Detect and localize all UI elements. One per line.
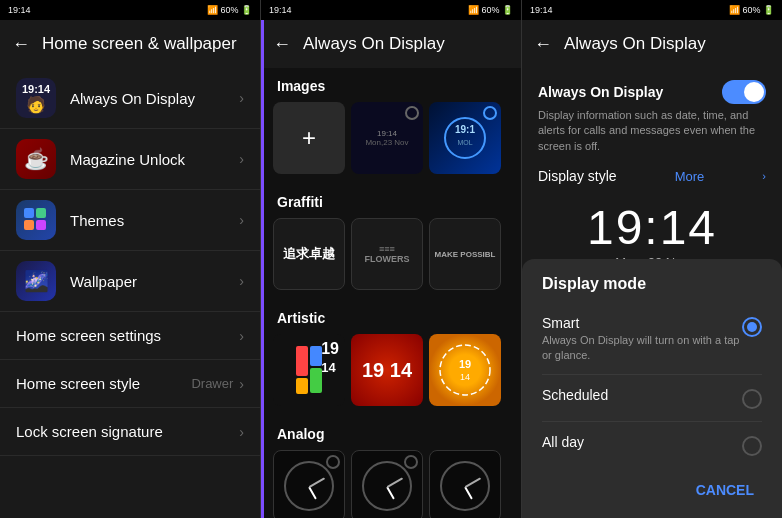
menu-item-aod[interactable]: 19:14 🧑 Always On Display › — [0, 68, 260, 129]
battery-1: 📶 60% 🔋 — [207, 5, 252, 15]
time-2: 19:14 — [269, 5, 292, 15]
menu-item-magazine[interactable]: ☕ Magazine Unlock › — [0, 129, 260, 190]
dm-option-scheduled-label: Scheduled — [542, 387, 742, 403]
dm-option-allday[interactable]: All day — [522, 424, 782, 466]
dm-divider-1 — [542, 374, 762, 375]
analog-grid — [261, 450, 521, 518]
aod-info: Always On Display Display information su… — [522, 68, 782, 162]
dm-divider-2 — [542, 421, 762, 422]
back-button-1[interactable]: ← — [12, 34, 30, 55]
cancel-button[interactable]: CANCEL — [684, 474, 766, 506]
bar-red — [296, 346, 308, 376]
accent-bar — [261, 20, 264, 518]
dm-option-smart-text: Smart Always On Display will turn on wit… — [542, 315, 742, 362]
chevron-home-settings: › — [239, 328, 244, 344]
analog-clock-3[interactable] — [429, 450, 501, 518]
time-3: 19:14 — [530, 5, 553, 15]
svg-text:19: 19 — [459, 358, 471, 370]
bar-group-2 — [310, 346, 322, 394]
icon-magazine: ☕ — [16, 139, 56, 179]
min-hand-3 — [465, 478, 481, 488]
graffiti-grid: 追求卓越 ≡≡≡ FLOWERS MAKE POSSIBL — [261, 218, 521, 300]
artistic-orange[interactable]: 19 14 — [429, 334, 501, 406]
select-badge-analog-1 — [326, 455, 340, 469]
menu-item-home-settings[interactable]: Home screen settings › — [0, 312, 260, 360]
artistic-bars[interactable]: 1914 — [273, 334, 345, 406]
section-artistic: Artistic 1914 19 14 — [261, 300, 521, 416]
aod-description: Display information such as date, time, … — [538, 108, 766, 154]
menu-label-magazine: Magazine Unlock — [70, 151, 239, 168]
section-images: Images + 19:14 Mon,23 Nov 19:1 MOL — [261, 68, 521, 184]
top-bar-2: ← Always On Display — [261, 20, 521, 68]
back-button-2[interactable]: ← — [273, 34, 291, 55]
section-graffiti: Graffiti 追求卓越 ≡≡≡ FLOWERS MAKE POSSIBL — [261, 184, 521, 300]
status-bar-right-1: 📶 60% 🔋 — [207, 5, 252, 15]
svg-text:14: 14 — [460, 372, 470, 382]
graffiti-chinese[interactable]: 追求卓越 — [273, 218, 345, 290]
dm-option-smart-label: Smart — [542, 315, 742, 331]
analog-clock-2[interactable] — [351, 450, 423, 518]
status-bar-1: 19:14 📶 60% 🔋 — [0, 0, 260, 20]
chevron-home-style: › — [239, 376, 244, 392]
display-style-label: Display style — [538, 168, 617, 184]
back-button-3[interactable]: ← — [534, 34, 552, 55]
svg-text:MOL: MOL — [457, 139, 472, 146]
dm-option-scheduled-text: Scheduled — [542, 387, 742, 405]
top-bar-3: ← Always On Display — [522, 20, 782, 68]
aod-toggle[interactable] — [722, 80, 766, 104]
radio-smart[interactable] — [742, 317, 762, 337]
menu-label-home-settings: Home screen settings — [16, 327, 239, 344]
menu-item-lock-sig[interactable]: Lock screen signature › — [0, 408, 260, 456]
radio-smart-inner — [747, 322, 757, 332]
bars-time: 1914 — [321, 340, 339, 376]
radio-scheduled[interactable] — [742, 389, 762, 409]
more-link[interactable]: More — [675, 169, 705, 184]
menu-label-home-style: Home screen style — [16, 375, 191, 392]
thumb-add[interactable]: + — [273, 102, 345, 174]
hour-hand-3 — [464, 487, 473, 500]
clock-face-1 — [284, 461, 334, 511]
dm-option-smart[interactable]: Smart Always On Display will turn on wit… — [522, 305, 782, 372]
menu-item-wallpaper[interactable]: 🌌 Wallpaper › — [0, 251, 260, 312]
dm-option-smart-desc: Always On Display will turn on with a ta… — [542, 333, 742, 362]
graffiti-flowers[interactable]: ≡≡≡ FLOWERS — [351, 218, 423, 290]
section-title-images: Images — [261, 68, 521, 102]
time-1: 19:14 — [8, 5, 31, 15]
home-style-value: Drawer — [191, 376, 233, 391]
aod-header: Always On Display — [538, 80, 766, 104]
chevron-themes: › — [239, 212, 244, 228]
clock-face-3 — [440, 461, 490, 511]
clock-face-2 — [362, 461, 412, 511]
page-title-3: Always On Display — [564, 34, 706, 54]
chevron-wallpaper: › — [239, 273, 244, 289]
display-mode-overlay: Display mode Smart Always On Display wil… — [522, 259, 782, 518]
thumb-portrait[interactable]: 19:14 Mon,23 Nov — [351, 102, 423, 174]
more-chevron-icon: › — [762, 170, 766, 182]
page-title-2: Always On Display — [303, 34, 445, 54]
min-hand-2 — [387, 478, 403, 488]
hour-hand-2 — [386, 487, 395, 500]
menu-item-themes[interactable]: Themes › — [0, 190, 260, 251]
dm-option-allday-label: All day — [542, 434, 742, 450]
menu-item-home-style[interactable]: Home screen style Drawer › — [0, 360, 260, 408]
radio-allday[interactable] — [742, 436, 762, 456]
dm-title: Display mode — [522, 275, 782, 305]
icon-aod: 19:14 🧑 — [16, 78, 56, 118]
section-title-artistic: Artistic — [261, 300, 521, 334]
artistic-red-circle[interactable]: 19 14 — [351, 334, 423, 406]
chevron-magazine: › — [239, 151, 244, 167]
menu-label-aod: Always On Display — [70, 90, 239, 107]
analog-clock-1[interactable] — [273, 450, 345, 518]
battery-2: 📶 60% 🔋 — [468, 5, 513, 15]
aod-setting-title: Always On Display — [538, 84, 663, 100]
graffiti-make[interactable]: MAKE POSSIBL — [429, 218, 501, 290]
menu-list: 19:14 🧑 Always On Display › ☕ Magazine U… — [0, 68, 260, 518]
dm-option-scheduled[interactable]: Scheduled — [522, 377, 782, 419]
svg-rect-0 — [24, 208, 34, 218]
svg-point-7 — [440, 345, 490, 395]
icon-wallpaper: 🌌 — [16, 261, 56, 301]
aod-scroll[interactable]: Images + 19:14 Mon,23 Nov 19:1 MOL — [261, 68, 521, 518]
toggle-knob — [744, 82, 764, 102]
thumb-circle[interactable]: 19:1 MOL — [429, 102, 501, 174]
page-title-1: Home screen & wallpaper — [42, 34, 237, 54]
